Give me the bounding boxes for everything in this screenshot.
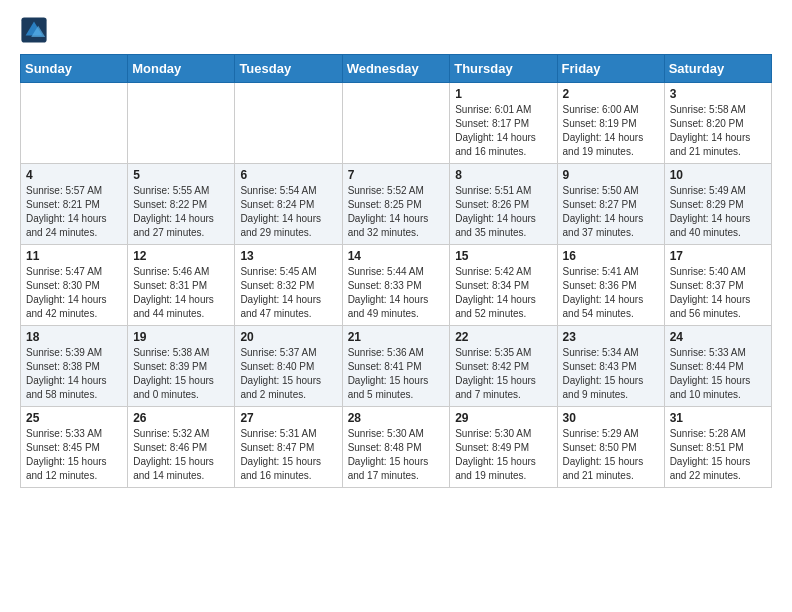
day-info: Sunrise: 6:00 AM Sunset: 8:19 PM Dayligh… — [563, 103, 659, 159]
day-number: 4 — [26, 168, 122, 182]
calendar-cell: 31Sunrise: 5:28 AM Sunset: 8:51 PM Dayli… — [664, 407, 771, 488]
calendar-cell: 22Sunrise: 5:35 AM Sunset: 8:42 PM Dayli… — [450, 326, 557, 407]
calendar-cell: 7Sunrise: 5:52 AM Sunset: 8:25 PM Daylig… — [342, 164, 450, 245]
day-info: Sunrise: 6:01 AM Sunset: 8:17 PM Dayligh… — [455, 103, 551, 159]
calendar-week-row: 25Sunrise: 5:33 AM Sunset: 8:45 PM Dayli… — [21, 407, 772, 488]
day-info: Sunrise: 5:36 AM Sunset: 8:41 PM Dayligh… — [348, 346, 445, 402]
day-number: 10 — [670, 168, 766, 182]
calendar-cell: 13Sunrise: 5:45 AM Sunset: 8:32 PM Dayli… — [235, 245, 342, 326]
calendar-week-row: 11Sunrise: 5:47 AM Sunset: 8:30 PM Dayli… — [21, 245, 772, 326]
day-info: Sunrise: 5:46 AM Sunset: 8:31 PM Dayligh… — [133, 265, 229, 321]
day-number: 25 — [26, 411, 122, 425]
day-info: Sunrise: 5:38 AM Sunset: 8:39 PM Dayligh… — [133, 346, 229, 402]
day-number: 9 — [563, 168, 659, 182]
day-info: Sunrise: 5:37 AM Sunset: 8:40 PM Dayligh… — [240, 346, 336, 402]
day-info: Sunrise: 5:41 AM Sunset: 8:36 PM Dayligh… — [563, 265, 659, 321]
day-number: 2 — [563, 87, 659, 101]
day-number: 16 — [563, 249, 659, 263]
calendar-cell: 5Sunrise: 5:55 AM Sunset: 8:22 PM Daylig… — [128, 164, 235, 245]
day-info: Sunrise: 5:33 AM Sunset: 8:45 PM Dayligh… — [26, 427, 122, 483]
calendar-cell: 21Sunrise: 5:36 AM Sunset: 8:41 PM Dayli… — [342, 326, 450, 407]
calendar-week-row: 18Sunrise: 5:39 AM Sunset: 8:38 PM Dayli… — [21, 326, 772, 407]
calendar-cell: 12Sunrise: 5:46 AM Sunset: 8:31 PM Dayli… — [128, 245, 235, 326]
day-number: 13 — [240, 249, 336, 263]
day-number: 26 — [133, 411, 229, 425]
day-number: 27 — [240, 411, 336, 425]
day-info: Sunrise: 5:47 AM Sunset: 8:30 PM Dayligh… — [26, 265, 122, 321]
calendar-cell: 24Sunrise: 5:33 AM Sunset: 8:44 PM Dayli… — [664, 326, 771, 407]
calendar-week-row: 4Sunrise: 5:57 AM Sunset: 8:21 PM Daylig… — [21, 164, 772, 245]
calendar-cell: 9Sunrise: 5:50 AM Sunset: 8:27 PM Daylig… — [557, 164, 664, 245]
calendar-day-header: Wednesday — [342, 55, 450, 83]
day-number: 29 — [455, 411, 551, 425]
calendar-cell: 10Sunrise: 5:49 AM Sunset: 8:29 PM Dayli… — [664, 164, 771, 245]
calendar-day-header: Sunday — [21, 55, 128, 83]
calendar-cell: 29Sunrise: 5:30 AM Sunset: 8:49 PM Dayli… — [450, 407, 557, 488]
calendar-cell: 30Sunrise: 5:29 AM Sunset: 8:50 PM Dayli… — [557, 407, 664, 488]
day-info: Sunrise: 5:50 AM Sunset: 8:27 PM Dayligh… — [563, 184, 659, 240]
calendar-cell — [128, 83, 235, 164]
day-number: 15 — [455, 249, 551, 263]
day-info: Sunrise: 5:32 AM Sunset: 8:46 PM Dayligh… — [133, 427, 229, 483]
day-number: 31 — [670, 411, 766, 425]
header — [20, 16, 772, 44]
calendar-cell: 26Sunrise: 5:32 AM Sunset: 8:46 PM Dayli… — [128, 407, 235, 488]
calendar-day-header: Friday — [557, 55, 664, 83]
day-info: Sunrise: 5:39 AM Sunset: 8:38 PM Dayligh… — [26, 346, 122, 402]
calendar-cell: 15Sunrise: 5:42 AM Sunset: 8:34 PM Dayli… — [450, 245, 557, 326]
page: SundayMondayTuesdayWednesdayThursdayFrid… — [0, 0, 792, 508]
calendar-cell — [235, 83, 342, 164]
day-info: Sunrise: 5:35 AM Sunset: 8:42 PM Dayligh… — [455, 346, 551, 402]
calendar-cell: 8Sunrise: 5:51 AM Sunset: 8:26 PM Daylig… — [450, 164, 557, 245]
calendar-cell: 1Sunrise: 6:01 AM Sunset: 8:17 PM Daylig… — [450, 83, 557, 164]
calendar-day-header: Tuesday — [235, 55, 342, 83]
day-info: Sunrise: 5:34 AM Sunset: 8:43 PM Dayligh… — [563, 346, 659, 402]
day-number: 7 — [348, 168, 445, 182]
day-info: Sunrise: 5:51 AM Sunset: 8:26 PM Dayligh… — [455, 184, 551, 240]
calendar-week-row: 1Sunrise: 6:01 AM Sunset: 8:17 PM Daylig… — [21, 83, 772, 164]
calendar-cell: 6Sunrise: 5:54 AM Sunset: 8:24 PM Daylig… — [235, 164, 342, 245]
calendar-cell — [342, 83, 450, 164]
calendar-day-header: Thursday — [450, 55, 557, 83]
calendar-cell: 2Sunrise: 6:00 AM Sunset: 8:19 PM Daylig… — [557, 83, 664, 164]
calendar-cell: 3Sunrise: 5:58 AM Sunset: 8:20 PM Daylig… — [664, 83, 771, 164]
day-info: Sunrise: 5:58 AM Sunset: 8:20 PM Dayligh… — [670, 103, 766, 159]
logo — [20, 16, 52, 44]
day-number: 6 — [240, 168, 336, 182]
day-info: Sunrise: 5:45 AM Sunset: 8:32 PM Dayligh… — [240, 265, 336, 321]
day-info: Sunrise: 5:30 AM Sunset: 8:49 PM Dayligh… — [455, 427, 551, 483]
day-info: Sunrise: 5:40 AM Sunset: 8:37 PM Dayligh… — [670, 265, 766, 321]
calendar-table: SundayMondayTuesdayWednesdayThursdayFrid… — [20, 54, 772, 488]
calendar-cell: 17Sunrise: 5:40 AM Sunset: 8:37 PM Dayli… — [664, 245, 771, 326]
day-info: Sunrise: 5:42 AM Sunset: 8:34 PM Dayligh… — [455, 265, 551, 321]
calendar-cell: 18Sunrise: 5:39 AM Sunset: 8:38 PM Dayli… — [21, 326, 128, 407]
calendar-cell: 4Sunrise: 5:57 AM Sunset: 8:21 PM Daylig… — [21, 164, 128, 245]
calendar-day-header: Monday — [128, 55, 235, 83]
day-info: Sunrise: 5:57 AM Sunset: 8:21 PM Dayligh… — [26, 184, 122, 240]
calendar-cell: 11Sunrise: 5:47 AM Sunset: 8:30 PM Dayli… — [21, 245, 128, 326]
calendar-cell: 23Sunrise: 5:34 AM Sunset: 8:43 PM Dayli… — [557, 326, 664, 407]
day-info: Sunrise: 5:54 AM Sunset: 8:24 PM Dayligh… — [240, 184, 336, 240]
logo-icon — [20, 16, 48, 44]
day-number: 1 — [455, 87, 551, 101]
day-info: Sunrise: 5:33 AM Sunset: 8:44 PM Dayligh… — [670, 346, 766, 402]
day-number: 5 — [133, 168, 229, 182]
day-number: 11 — [26, 249, 122, 263]
day-info: Sunrise: 5:31 AM Sunset: 8:47 PM Dayligh… — [240, 427, 336, 483]
calendar-cell: 20Sunrise: 5:37 AM Sunset: 8:40 PM Dayli… — [235, 326, 342, 407]
day-number: 28 — [348, 411, 445, 425]
day-number: 18 — [26, 330, 122, 344]
calendar-header-row: SundayMondayTuesdayWednesdayThursdayFrid… — [21, 55, 772, 83]
calendar-cell: 19Sunrise: 5:38 AM Sunset: 8:39 PM Dayli… — [128, 326, 235, 407]
calendar-cell: 14Sunrise: 5:44 AM Sunset: 8:33 PM Dayli… — [342, 245, 450, 326]
calendar-cell: 25Sunrise: 5:33 AM Sunset: 8:45 PM Dayli… — [21, 407, 128, 488]
calendar-day-header: Saturday — [664, 55, 771, 83]
day-number: 24 — [670, 330, 766, 344]
day-number: 3 — [670, 87, 766, 101]
day-number: 30 — [563, 411, 659, 425]
day-info: Sunrise: 5:52 AM Sunset: 8:25 PM Dayligh… — [348, 184, 445, 240]
day-number: 8 — [455, 168, 551, 182]
day-number: 12 — [133, 249, 229, 263]
day-info: Sunrise: 5:29 AM Sunset: 8:50 PM Dayligh… — [563, 427, 659, 483]
day-number: 14 — [348, 249, 445, 263]
